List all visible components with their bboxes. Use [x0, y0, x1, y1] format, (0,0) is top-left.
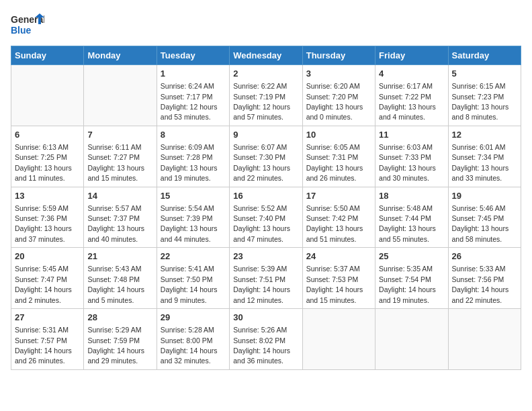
header-day-friday: Friday	[375, 46, 448, 65]
header-day-saturday: Saturday	[448, 46, 521, 65]
day-number: 25	[379, 250, 444, 263]
day-number: 27	[15, 312, 80, 324]
day-number: 13	[15, 190, 80, 202]
calendar-cell: 30Sunrise: 5:26 AM Sunset: 8:02 PM Dayli…	[230, 309, 302, 370]
day-number: 1	[161, 68, 226, 80]
day-info: Sunrise: 6:03 AM Sunset: 7:33 PM Dayligh…	[379, 143, 436, 182]
day-info: Sunrise: 5:28 AM Sunset: 8:00 PM Dayligh…	[161, 326, 218, 365]
calendar-cell: 2Sunrise: 6:22 AM Sunset: 7:19 PM Daylig…	[230, 65, 302, 126]
day-number: 10	[306, 129, 371, 141]
day-info: Sunrise: 5:45 AM Sunset: 7:47 PM Dayligh…	[15, 265, 72, 304]
header-day-monday: Monday	[84, 46, 157, 65]
day-info: Sunrise: 5:48 AM Sunset: 7:44 PM Dayligh…	[379, 204, 436, 243]
day-number: 28	[87, 312, 152, 324]
calendar-header-row: SundayMondayTuesdayWednesdayThursdayFrid…	[11, 46, 521, 65]
day-number: 30	[233, 312, 298, 324]
day-info: Sunrise: 6:11 AM Sunset: 7:27 PM Dayligh…	[87, 143, 144, 182]
week-row-4: 20Sunrise: 5:45 AM Sunset: 7:47 PM Dayli…	[11, 248, 521, 309]
calendar-cell: 26Sunrise: 5:33 AM Sunset: 7:56 PM Dayli…	[448, 248, 521, 309]
day-number: 18	[379, 190, 444, 202]
day-info: Sunrise: 5:43 AM Sunset: 7:48 PM Dayligh…	[87, 265, 144, 304]
svg-text:Blue: Blue	[11, 25, 32, 36]
day-info: Sunrise: 6:13 AM Sunset: 7:25 PM Dayligh…	[15, 143, 72, 182]
day-info: Sunrise: 5:46 AM Sunset: 7:45 PM Dayligh…	[452, 204, 509, 243]
day-info: Sunrise: 5:59 AM Sunset: 7:36 PM Dayligh…	[15, 204, 72, 243]
calendar-cell: 28Sunrise: 5:29 AM Sunset: 7:59 PM Dayli…	[84, 309, 157, 370]
day-number: 3	[306, 68, 371, 80]
calendar-cell: 8Sunrise: 6:09 AM Sunset: 7:28 PM Daylig…	[157, 126, 229, 187]
day-info: Sunrise: 6:22 AM Sunset: 7:19 PM Dayligh…	[233, 82, 290, 121]
day-number: 7	[87, 129, 152, 141]
day-number: 9	[233, 129, 298, 141]
calendar-cell: 3Sunrise: 6:20 AM Sunset: 7:20 PM Daylig…	[302, 65, 375, 126]
day-info: Sunrise: 6:15 AM Sunset: 7:23 PM Dayligh…	[452, 82, 509, 121]
calendar-cell: 17Sunrise: 5:50 AM Sunset: 7:42 PM Dayli…	[302, 187, 375, 248]
day-number: 22	[161, 250, 226, 263]
day-number: 17	[306, 190, 371, 202]
day-info: Sunrise: 6:05 AM Sunset: 7:31 PM Dayligh…	[306, 143, 363, 182]
day-number: 2	[233, 68, 298, 80]
calendar-cell: 23Sunrise: 5:39 AM Sunset: 7:51 PM Dayli…	[230, 248, 302, 309]
calendar-cell: 6Sunrise: 6:13 AM Sunset: 7:25 PM Daylig…	[11, 126, 84, 187]
day-number: 16	[233, 190, 298, 202]
calendar-cell: 21Sunrise: 5:43 AM Sunset: 7:48 PM Dayli…	[84, 248, 157, 309]
calendar-cell: 19Sunrise: 5:46 AM Sunset: 7:45 PM Dayli…	[448, 187, 521, 248]
header-day-wednesday: Wednesday	[230, 46, 302, 65]
day-info: Sunrise: 5:57 AM Sunset: 7:37 PM Dayligh…	[87, 204, 144, 243]
calendar-cell: 10Sunrise: 6:05 AM Sunset: 7:31 PM Dayli…	[302, 126, 375, 187]
calendar-cell: 24Sunrise: 5:37 AM Sunset: 7:53 PM Dayli…	[302, 248, 375, 309]
header-day-thursday: Thursday	[302, 46, 375, 65]
day-info: Sunrise: 5:50 AM Sunset: 7:42 PM Dayligh…	[306, 204, 363, 243]
calendar-cell: 5Sunrise: 6:15 AM Sunset: 7:23 PM Daylig…	[448, 65, 521, 126]
logo-svg: General Blue	[11, 11, 44, 40]
calendar-cell: 14Sunrise: 5:57 AM Sunset: 7:37 PM Dayli…	[84, 187, 157, 248]
day-info: Sunrise: 6:01 AM Sunset: 7:34 PM Dayligh…	[452, 143, 509, 182]
day-number: 5	[452, 68, 517, 80]
calendar-cell: 13Sunrise: 5:59 AM Sunset: 7:36 PM Dayli…	[11, 187, 84, 248]
day-info: Sunrise: 5:37 AM Sunset: 7:53 PM Dayligh…	[306, 265, 363, 304]
calendar-cell: 11Sunrise: 6:03 AM Sunset: 7:33 PM Dayli…	[375, 126, 448, 187]
calendar-cell: 12Sunrise: 6:01 AM Sunset: 7:34 PM Dayli…	[448, 126, 521, 187]
day-number: 19	[452, 190, 517, 202]
day-number: 11	[379, 129, 444, 141]
day-info: Sunrise: 6:20 AM Sunset: 7:20 PM Dayligh…	[306, 82, 363, 121]
week-row-2: 6Sunrise: 6:13 AM Sunset: 7:25 PM Daylig…	[11, 126, 521, 187]
day-number: 29	[161, 312, 226, 324]
header-day-tuesday: Tuesday	[157, 46, 229, 65]
header-day-sunday: Sunday	[11, 46, 84, 65]
day-info: Sunrise: 5:31 AM Sunset: 7:57 PM Dayligh…	[15, 326, 72, 365]
calendar-cell	[448, 309, 521, 370]
calendar-cell: 16Sunrise: 5:52 AM Sunset: 7:40 PM Dayli…	[230, 187, 302, 248]
calendar-cell: 9Sunrise: 6:07 AM Sunset: 7:30 PM Daylig…	[230, 126, 302, 187]
calendar-cell: 20Sunrise: 5:45 AM Sunset: 7:47 PM Dayli…	[11, 248, 84, 309]
day-info: Sunrise: 5:54 AM Sunset: 7:39 PM Dayligh…	[161, 204, 218, 243]
day-number: 24	[306, 250, 371, 263]
day-number: 14	[87, 190, 152, 202]
day-info: Sunrise: 5:41 AM Sunset: 7:50 PM Dayligh…	[161, 265, 218, 304]
week-row-1: 1Sunrise: 6:24 AM Sunset: 7:17 PM Daylig…	[11, 65, 521, 126]
calendar-cell	[375, 309, 448, 370]
logo: General Blue	[11, 11, 44, 40]
calendar-cell: 15Sunrise: 5:54 AM Sunset: 7:39 PM Dayli…	[157, 187, 229, 248]
calendar-cell: 1Sunrise: 6:24 AM Sunset: 7:17 PM Daylig…	[157, 65, 229, 126]
day-info: Sunrise: 5:39 AM Sunset: 7:51 PM Dayligh…	[233, 265, 290, 304]
calendar-cell	[11, 65, 84, 126]
day-number: 6	[15, 129, 80, 141]
day-number: 15	[161, 190, 226, 202]
day-number: 26	[452, 250, 517, 263]
day-number: 21	[87, 250, 152, 263]
day-number: 20	[15, 250, 80, 263]
calendar-cell	[84, 65, 157, 126]
calendar-cell: 22Sunrise: 5:41 AM Sunset: 7:50 PM Dayli…	[157, 248, 229, 309]
calendar-cell: 7Sunrise: 6:11 AM Sunset: 7:27 PM Daylig…	[84, 126, 157, 187]
day-info: Sunrise: 6:07 AM Sunset: 7:30 PM Dayligh…	[233, 143, 290, 182]
calendar-cell: 4Sunrise: 6:17 AM Sunset: 7:22 PM Daylig…	[375, 65, 448, 126]
day-info: Sunrise: 6:09 AM Sunset: 7:28 PM Dayligh…	[161, 143, 218, 182]
page-header: General Blue	[11, 11, 521, 40]
calendar-cell: 18Sunrise: 5:48 AM Sunset: 7:44 PM Dayli…	[375, 187, 448, 248]
day-number: 23	[233, 250, 298, 263]
day-info: Sunrise: 6:17 AM Sunset: 7:22 PM Dayligh…	[379, 82, 436, 121]
day-info: Sunrise: 5:52 AM Sunset: 7:40 PM Dayligh…	[233, 204, 290, 243]
day-info: Sunrise: 5:33 AM Sunset: 7:56 PM Dayligh…	[452, 265, 509, 304]
week-row-5: 27Sunrise: 5:31 AM Sunset: 7:57 PM Dayli…	[11, 309, 521, 370]
